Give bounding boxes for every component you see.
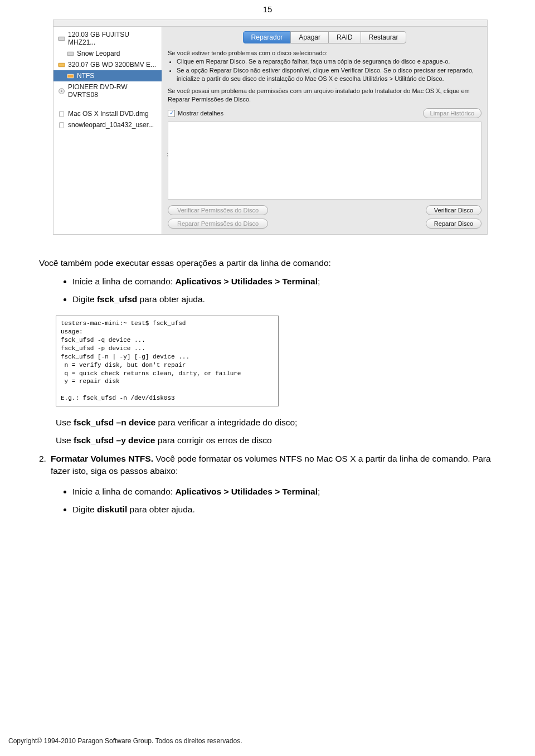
show-details-checkbox[interactable]: ✓ <box>168 110 175 117</box>
disk-utility-window: 120.03 GB FUJITSU MHZ21... Snow Leopard … <box>53 20 488 235</box>
disk-ext-icon <box>58 61 65 69</box>
tab-restaurar[interactable]: Restaurar <box>361 31 407 43</box>
resize-handle-icon[interactable]: ⋮ <box>165 153 168 158</box>
svg-rect-6 <box>59 111 64 117</box>
help-intro: Se você estiver tendo problemas com o di… <box>168 49 481 57</box>
svg-rect-2 <box>59 63 65 67</box>
tab-reparador[interactable]: Reparador <box>243 31 291 43</box>
svg-rect-0 <box>59 37 65 41</box>
sidebar-item-label: 320.07 GB WD 3200BMV E... <box>68 61 156 69</box>
sidebar-item-dmg1[interactable]: Mac OS X Install DVD.dmg <box>54 108 162 119</box>
paragraph: Use fsck_ufsd –n device para verificar a… <box>39 416 502 429</box>
terminal-output: testers-mac-mini:~ test$ fsck_ufsd usage… <box>56 316 279 406</box>
show-details-label: Mostrar detalhes <box>178 110 223 117</box>
svg-rect-7 <box>59 122 64 128</box>
help-bullet: Se a opção Reparar Disco não estiver dis… <box>177 66 481 83</box>
sidebar-item-label: Snow Leopard <box>77 50 120 57</box>
repair-permissions-button[interactable]: Reparar Permissões do Disco <box>168 219 268 229</box>
bullet-item: Inicie a linha de comando: Aplicativos >… <box>72 486 502 498</box>
verify-permissions-button[interactable]: Verificar Permissões do Disco <box>168 205 268 215</box>
disk-orange-icon <box>67 72 74 80</box>
log-area: ⋮ <box>168 122 481 200</box>
sidebar-item-snowleopard[interactable]: Snow Leopard <box>54 48 162 59</box>
sidebar-item-label: NTFS <box>77 72 94 80</box>
sidebar-item-pioneer[interactable]: PIONEER DVD-RW DVRTS08 <box>54 81 162 100</box>
bullet-item: Digite fsck_ufsd para obter ajuda. <box>72 293 502 306</box>
sidebar-item-ntfs[interactable]: NTFS <box>54 70 162 81</box>
verify-disk-button[interactable]: Verificar Disco <box>426 205 481 215</box>
help-block-1: Se você estiver tendo problemas com o di… <box>168 49 481 83</box>
paragraph: Use fsck_ufsd –y device para corrigir os… <box>39 434 502 447</box>
bullet-item: Inicie a linha de comando: Aplicativos >… <box>72 275 502 288</box>
repair-disk-button[interactable]: Reparar Disco <box>426 219 481 229</box>
window-toolbar <box>54 20 487 27</box>
help-bullet: Clique em Reparar Disco. Se a reparação … <box>177 57 481 66</box>
dmg-icon <box>58 110 65 118</box>
sidebar-item-dmg2[interactable]: snowleopard_10a432_user... <box>54 119 162 130</box>
page-number: 15 <box>0 0 535 20</box>
svg-rect-1 <box>67 52 74 56</box>
help-block-2: Se você possui um problema de permissões… <box>168 87 481 104</box>
footer-copyright: Copyright© 1994-2010 Paragon Software Gr… <box>8 737 242 745</box>
optical-icon <box>58 88 65 95</box>
tab-bar: Reparador Apagar RAID Restaurar <box>168 31 481 43</box>
sidebar-item-wd[interactable]: 320.07 GB WD 3200BMV E... <box>54 59 162 70</box>
numbered-item: 2. Formatar Volumes NTFS. Você pode form… <box>39 453 502 478</box>
disk-icon <box>67 50 74 57</box>
svg-point-5 <box>61 90 62 91</box>
tab-apagar[interactable]: Apagar <box>290 31 329 43</box>
disk-icon <box>58 35 65 42</box>
main-panel: Reparador Apagar RAID Restaurar Se você … <box>162 27 487 234</box>
sidebar-item-label: snowleopard_10a432_user... <box>68 121 154 129</box>
tab-raid[interactable]: RAID <box>328 31 361 43</box>
bullet-item: Digite diskutil para obter ajuda. <box>72 503 502 516</box>
sidebar-item-label: 120.03 GB FUJITSU MHZ21... <box>68 31 157 46</box>
sidebar-item-label: PIONEER DVD-RW DVRTS08 <box>68 83 157 99</box>
dmg-icon <box>58 122 65 129</box>
sidebar-item-fujitsu[interactable]: 120.03 GB FUJITSU MHZ21... <box>54 29 162 48</box>
paragraph: Você também pode executar essas operaçõe… <box>39 257 502 269</box>
clear-history-button[interactable]: Limpar Histórico <box>423 108 481 118</box>
document-body: Você também pode executar essas operaçõe… <box>0 246 535 516</box>
svg-rect-3 <box>67 74 74 78</box>
sidebar-item-label: Mac OS X Install DVD.dmg <box>68 110 149 118</box>
disk-sidebar: 120.03 GB FUJITSU MHZ21... Snow Leopard … <box>54 27 162 234</box>
